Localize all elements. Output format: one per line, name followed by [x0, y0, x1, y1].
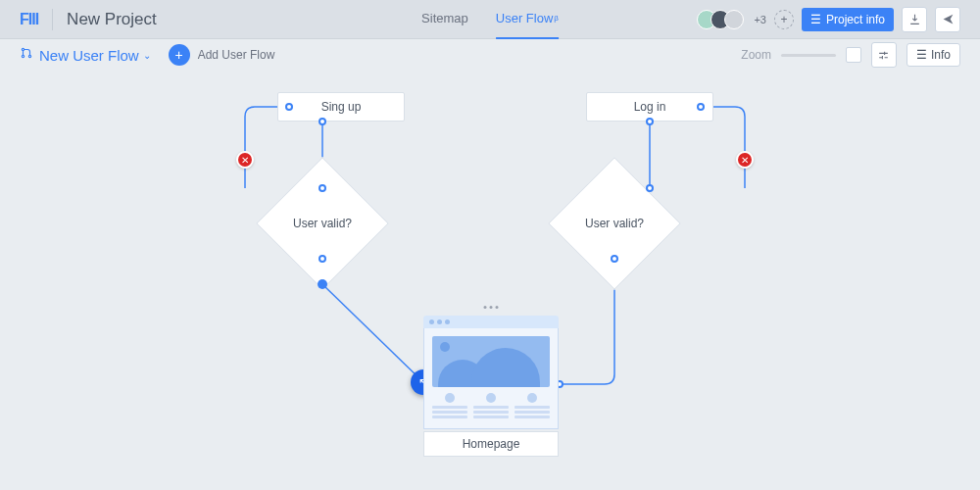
zoom-value-box[interactable]	[846, 47, 861, 63]
share-button[interactable]	[935, 7, 960, 32]
anchor[interactable]	[697, 103, 705, 111]
list-icon: ☰	[810, 13, 821, 26]
flow-icon	[20, 46, 33, 64]
connector-handle[interactable]	[318, 279, 327, 289]
project-info-label: Project info	[826, 13, 885, 26]
node-label: Log in	[634, 100, 666, 114]
download-icon	[908, 13, 921, 25]
sliders-icon	[877, 49, 890, 62]
share-icon	[942, 13, 955, 25]
tab-sitemap[interactable]: Sitemap	[421, 0, 468, 39]
menu-icon: ☰	[916, 48, 927, 62]
anchor[interactable]	[318, 118, 326, 125]
browser-chrome	[423, 316, 559, 328]
flow-name-label: New User Flow	[39, 47, 139, 64]
node-homepage[interactable]: Homepage	[423, 316, 559, 429]
info-button[interactable]: ☰ Info	[906, 43, 960, 67]
delete-connector-button[interactable]: ✕	[236, 151, 254, 169]
main-tabs: Sitemap User Flowβ	[421, 0, 559, 39]
settings-button[interactable]	[871, 42, 897, 68]
anchor[interactable]	[285, 103, 293, 111]
export-button[interactable]	[902, 7, 927, 32]
chevron-down-icon: ⌄	[143, 50, 151, 61]
beta-badge: β	[554, 14, 559, 23]
app-logo: FIII	[20, 11, 38, 28]
tab-userflow-label: User Flow	[496, 11, 554, 25]
page-preview	[423, 328, 559, 429]
node-signup[interactable]: Sing up	[277, 92, 405, 122]
flow-canvas[interactable]: Sing up Log in ✕ ✕ User valid? User vali…	[0, 71, 980, 490]
anchor[interactable]	[318, 184, 326, 192]
add-flow-label: Add User Flow	[198, 48, 275, 62]
svg-point-2	[22, 55, 24, 57]
drag-dots-icon	[484, 306, 499, 309]
project-title[interactable]: New Project	[67, 10, 157, 29]
info-label: Info	[931, 48, 951, 62]
flow-toolbar: New User Flow ⌄ + Add User Flow Zoom ☰ I…	[0, 39, 980, 71]
extra-collaborators-count[interactable]: +3	[754, 14, 766, 25]
collaborator-avatars[interactable]	[703, 10, 744, 29]
app-header: FIII New Project Sitemap User Flowβ +3 +…	[0, 0, 980, 39]
header-right: +3 + ☰ Project info	[703, 7, 960, 32]
node-label[interactable]: Homepage	[423, 431, 559, 457]
zoom-slider[interactable]	[781, 54, 836, 57]
project-info-button[interactable]: ☰ Project info	[802, 8, 894, 31]
svg-point-0	[22, 48, 24, 50]
anchor[interactable]	[611, 255, 618, 263]
avatar	[724, 10, 744, 29]
toolbar-right: Zoom ☰ Info	[741, 42, 960, 68]
tab-userflow[interactable]: User Flowβ	[496, 0, 559, 39]
delete-connector-button[interactable]: ✕	[736, 151, 754, 169]
flow-name-dropdown[interactable]: New User Flow ⌄	[39, 47, 151, 64]
add-flow-button[interactable]: +	[169, 44, 190, 66]
node-label: Sing up	[321, 100, 362, 114]
divider	[52, 9, 53, 30]
zoom-label: Zoom	[741, 48, 771, 62]
add-collaborator-button[interactable]: +	[774, 10, 794, 29]
svg-point-1	[28, 55, 30, 57]
anchor[interactable]	[646, 118, 654, 125]
anchor[interactable]	[318, 255, 326, 263]
anchor[interactable]	[646, 184, 654, 192]
